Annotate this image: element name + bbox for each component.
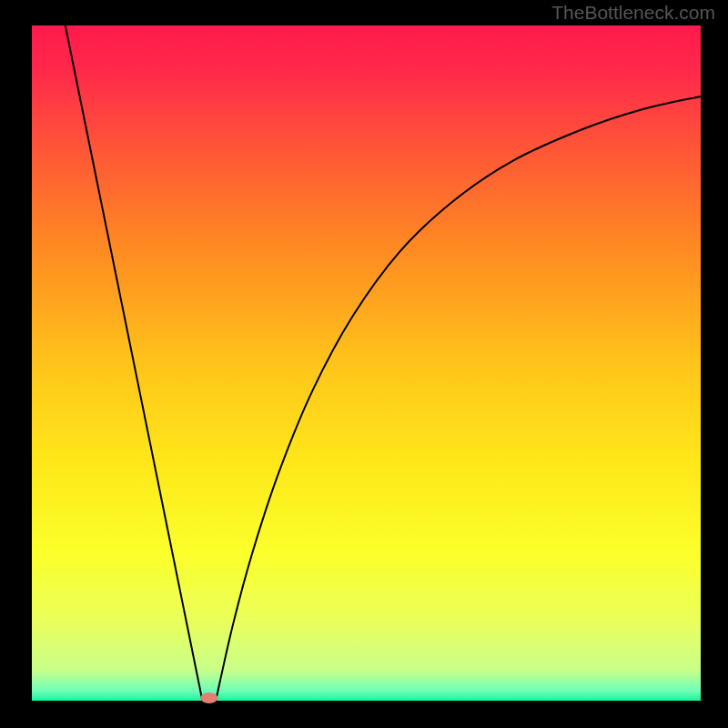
watermark-text: TheBottleneck.com xyxy=(551,2,715,24)
chart-svg xyxy=(0,0,728,728)
plot-gradient xyxy=(32,25,701,701)
chart-container: TheBottleneck.com xyxy=(0,0,728,728)
optimum-marker xyxy=(200,693,217,703)
